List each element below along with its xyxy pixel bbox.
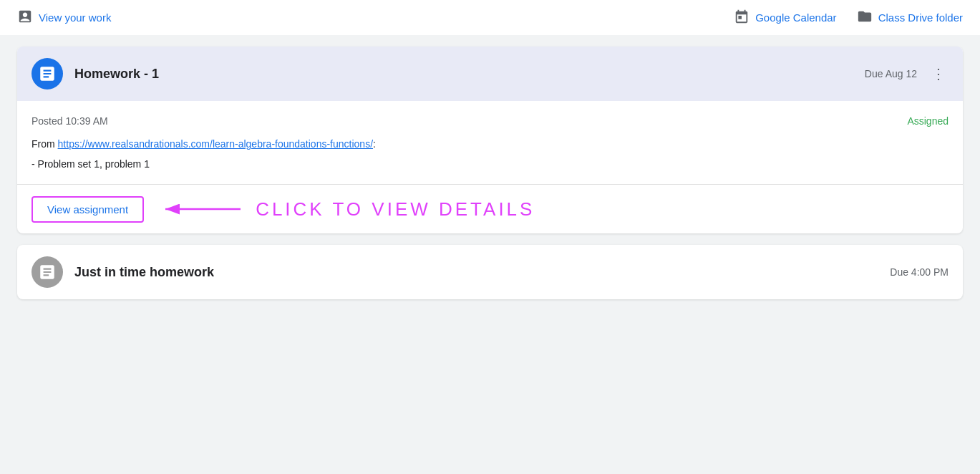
main-content: Homework - 1 Due Aug 12 ⋮ Posted 10:39 A… bbox=[0, 35, 980, 311]
class-drive-folder-link[interactable]: Class Drive folder bbox=[857, 9, 963, 26]
click-to-view-annotation: CLICK TO VIEW DETAILS bbox=[256, 198, 535, 221]
folder-icon bbox=[857, 9, 873, 26]
card-footer: View assignment CLICK TO VIEW DETAILS bbox=[17, 184, 963, 233]
second-assignment-title: Just in time homework bbox=[74, 265, 214, 280]
card-header: Homework - 1 Due Aug 12 ⋮ bbox=[17, 47, 963, 101]
card-header-right: Due Aug 12 ⋮ bbox=[865, 62, 949, 85]
assignment-title: Homework - 1 bbox=[74, 67, 159, 82]
assignment-icon bbox=[31, 58, 63, 90]
top-bar-actions: Google Calendar Class Drive folder bbox=[734, 9, 963, 26]
second-assignment-icon bbox=[31, 256, 63, 288]
arrow-icon bbox=[158, 195, 244, 223]
second-assignment-due: Due 4:00 PM bbox=[890, 266, 949, 278]
second-card-left: Just in time homework bbox=[31, 256, 214, 288]
assignment-link[interactable]: https://www.realsandrationals.com/learn-… bbox=[58, 138, 373, 150]
status-badge: Assigned bbox=[907, 115, 949, 127]
more-options-icon[interactable]: ⋮ bbox=[928, 62, 949, 85]
from-label: From bbox=[31, 138, 55, 150]
second-assignment-card: Just in time homework Due 4:00 PM bbox=[17, 245, 963, 299]
from-link-row: From https://www.realsandrationals.com/l… bbox=[31, 138, 949, 150]
view-assignment-button[interactable]: View assignment bbox=[31, 196, 144, 223]
google-calendar-label: Google Calendar bbox=[755, 11, 836, 24]
top-bar: View your work Google Calendar Class Dri… bbox=[0, 0, 980, 35]
card-header-left: Homework - 1 bbox=[31, 58, 159, 90]
assignment-card: Homework - 1 Due Aug 12 ⋮ Posted 10:39 A… bbox=[17, 47, 963, 233]
calendar-icon bbox=[734, 9, 749, 26]
due-date: Due Aug 12 bbox=[865, 68, 917, 79]
google-calendar-link[interactable]: Google Calendar bbox=[734, 9, 836, 26]
problem-text: - Problem set 1, problem 1 bbox=[31, 158, 949, 170]
card-body: Posted 10:39 AM Assigned From https://ww… bbox=[17, 101, 963, 170]
link-suffix: : bbox=[373, 138, 376, 150]
annotation-area: CLICK TO VIEW DETAILS bbox=[152, 195, 535, 223]
card-body-top: Posted 10:39 AM Assigned bbox=[31, 115, 949, 127]
posted-time: Posted 10:39 AM bbox=[31, 115, 108, 127]
view-your-work-link[interactable]: View your work bbox=[17, 9, 111, 26]
view-your-work-label: View your work bbox=[39, 11, 111, 24]
person-work-icon bbox=[17, 9, 33, 26]
class-drive-folder-label: Class Drive folder bbox=[878, 11, 963, 24]
